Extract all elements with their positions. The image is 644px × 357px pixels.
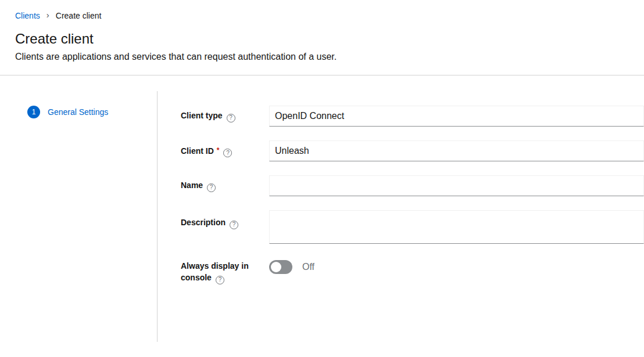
wizard-step-general-settings[interactable]: 1 General Settings [0,91,157,118]
form-row-client-type: Client type? OpenID Connect [181,106,644,127]
client-type-label: Client type? [181,110,269,122]
description-help-icon[interactable]: ? [230,221,238,229]
always-display-toggle[interactable] [269,260,292,274]
client-id-label: Client ID*? [181,145,269,158]
client-type-help-icon[interactable]: ? [227,114,235,122]
breadcrumb: Clients › Create client [0,0,644,21]
description-label: Description? [181,210,269,244]
general-settings-form: Client type? OpenID Connect Client ID*? … [158,91,644,342]
description-label-text: Description [181,218,226,227]
required-indicator: * [217,146,220,154]
name-label: Name? [181,179,269,192]
always-display-label-text: Always display in console [181,261,249,282]
page-subtitle: Clients are applications and services th… [15,51,629,63]
wizard-nav: 1 General Settings [0,91,158,342]
breadcrumb-link-clients[interactable]: Clients [15,11,40,20]
description-textarea[interactable] [269,210,644,244]
form-row-client-id: Client ID*? [181,140,644,161]
page-title: Create client [15,31,629,47]
breadcrumb-current: Create client [56,11,102,20]
form-row-always-display: Always display in console? Off [181,258,644,284]
toggle-knob [271,262,281,272]
form-row-description: Description? [181,210,644,244]
name-input[interactable] [269,175,644,196]
step-number-badge: 1 [27,106,40,118]
name-help-icon[interactable]: ? [207,183,216,192]
client-type-label-text: Client type [181,111,223,120]
always-display-label: Always display in console? [181,258,269,284]
client-id-label-text: Client ID [181,146,214,156]
page-header: Create client Clients are applications a… [0,21,644,63]
step-label: General Settings [48,106,108,118]
client-id-input[interactable] [269,140,644,161]
breadcrumb-separator-icon: › [46,10,49,19]
always-display-help-icon[interactable]: ? [216,276,224,284]
client-type-select[interactable]: OpenID Connect [269,106,644,127]
toggle-state-label: Off [302,262,314,272]
form-row-name: Name? [181,175,644,196]
client-id-help-icon[interactable]: ? [223,149,232,157]
create-client-wizard: 1 General Settings Client type? OpenID C… [0,75,644,342]
name-label-text: Name [181,181,203,190]
